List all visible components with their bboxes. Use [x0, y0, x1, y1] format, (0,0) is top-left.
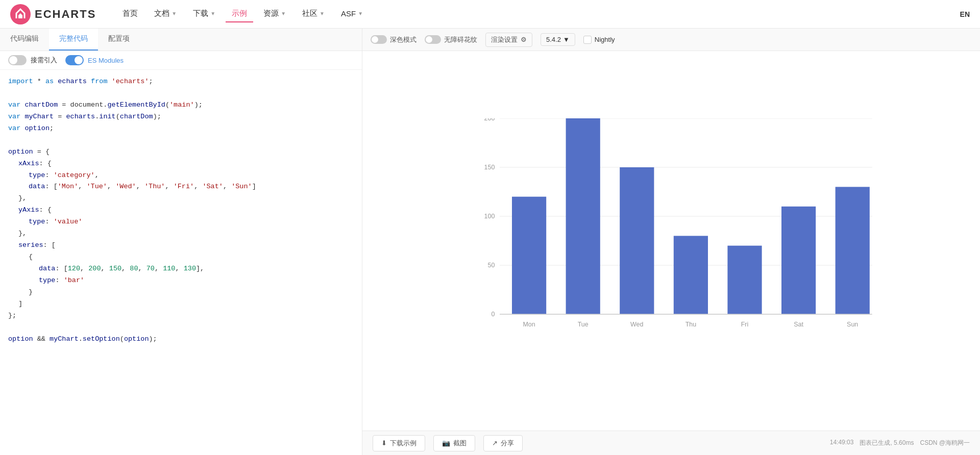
- code-line: series: [: [18, 240, 354, 251]
- render-status: 图表已生成, 5.60ms: [860, 439, 914, 447]
- main-container: 代码编辑 完整代码 配置项 接需引入 ES Modules import * a…: [0, 29, 980, 455]
- svg-text:Sun: Sun: [847, 321, 858, 328]
- tab-code-editor[interactable]: 代码编辑: [0, 29, 49, 50]
- bottom-toolbar: ⬇ 下载示例 📷 截图 ↗ 分享 14:49:03 图表已生成, 5.60ms …: [362, 431, 980, 455]
- logo-text: ECHARTS: [35, 8, 96, 21]
- tab-config[interactable]: 配置项: [98, 29, 140, 50]
- logo-icon: [10, 4, 31, 24]
- render-settings-label: 渲染设置: [491, 35, 518, 44]
- lazy-label: 接需引入: [31, 56, 57, 65]
- code-line: data: ['Mon', 'Tue', 'Wed', 'Thu', 'Fri'…: [29, 181, 354, 193]
- gear-icon: ⚙: [521, 36, 527, 43]
- tabs: 代码编辑 完整代码 配置项: [0, 29, 362, 51]
- bottom-status: 14:49:03 图表已生成, 5.60ms CSDN @海鸥网一: [830, 439, 970, 447]
- version-label: 5.4.2: [546, 36, 561, 43]
- code-line: option = {: [8, 146, 354, 158]
- bar-wed: [620, 167, 654, 314]
- main-nav: 首页 文档 ▼ 下载 ▼ 示例 资源 ▼ 社区 ▼ ASF ▼: [116, 6, 960, 22]
- logo[interactable]: ECHARTS: [10, 4, 96, 24]
- bar-tue: [566, 118, 600, 314]
- svg-text:150: 150: [484, 164, 495, 171]
- nav-docs[interactable]: 文档 ▼: [148, 6, 183, 22]
- esm-toggle-group: ES Modules: [65, 55, 124, 65]
- svg-text:Thu: Thu: [685, 321, 697, 328]
- dark-mode-switch[interactable]: [371, 35, 387, 44]
- svg-text:Mon: Mon: [523, 321, 535, 328]
- share-icon: ↗: [492, 439, 498, 447]
- bar-mon: [512, 197, 546, 314]
- render-settings-button[interactable]: 渲染设置 ⚙: [485, 33, 532, 47]
- download-button[interactable]: ⬇ 下载示例: [373, 435, 425, 451]
- barrier-switch[interactable]: [425, 35, 441, 44]
- lang-switch[interactable]: EN: [960, 10, 970, 18]
- code-line: option && myChart.setOption(option);: [8, 334, 354, 345]
- nav-resources[interactable]: 资源 ▼: [257, 6, 292, 22]
- right-panel: 深色模式 无障碍花纹 渲染设置 ⚙ 5.4.2 ▼ Nightly: [362, 29, 980, 455]
- chevron-down-icon: ▼: [281, 11, 286, 16]
- code-line: }: [29, 287, 354, 298]
- svg-text:Fri: Fri: [741, 321, 749, 328]
- chevron-down-icon: ▼: [210, 11, 215, 16]
- code-line: type: 'bar': [39, 275, 354, 287]
- screenshot-button[interactable]: 📷 截图: [433, 435, 475, 451]
- code-line: var chartDom = document.getElementById('…: [8, 99, 354, 111]
- lazy-toggle[interactable]: [8, 55, 27, 65]
- download-icon: ⬇: [381, 439, 387, 447]
- code-line: var myChart = echarts.init(chartDom);: [8, 111, 354, 123]
- svg-text:Sat: Sat: [794, 321, 803, 328]
- header: ECHARTS 首页 文档 ▼ 下载 ▼ 示例 资源 ▼ 社区 ▼ ASF ▼ …: [0, 0, 980, 29]
- left-panel: 代码编辑 完整代码 配置项 接需引入 ES Modules import * a…: [0, 29, 362, 455]
- code-line: },: [18, 193, 354, 205]
- svg-text:100: 100: [484, 213, 495, 220]
- code-line: type: 'value': [29, 216, 354, 228]
- code-line: type: 'category',: [29, 170, 354, 182]
- code-line: data: [120, 200, 150, 80, 70, 110, 130],: [39, 263, 354, 275]
- share-button[interactable]: ↗ 分享: [483, 435, 523, 451]
- esm-toggle[interactable]: [65, 55, 84, 65]
- chart-area: 0 50 100 150 200: [362, 51, 980, 431]
- svg-text:200: 200: [484, 118, 495, 122]
- nav-examples[interactable]: 示例: [226, 6, 253, 22]
- dark-mode-label: 深色模式: [390, 35, 416, 44]
- bar-chart: 0 50 100 150 200: [378, 118, 965, 363]
- time-display: 14:49:03: [830, 439, 854, 447]
- code-line: xAxis: {: [18, 158, 354, 170]
- svg-text:Wed: Wed: [630, 321, 643, 328]
- lazy-toggle-group: 接需引入: [8, 55, 57, 65]
- nightly-checkbox[interactable]: [583, 36, 592, 44]
- code-line: var option;: [8, 123, 354, 135]
- tab-full-code[interactable]: 完整代码: [49, 29, 98, 50]
- code-line: yAxis: {: [18, 205, 354, 216]
- chevron-down-icon: ▼: [172, 11, 177, 16]
- code-line: import * as echarts from 'echarts';: [8, 76, 354, 88]
- barrier-toggle[interactable]: 无障碍花纹: [425, 35, 477, 44]
- bar-thu: [674, 236, 708, 314]
- version-selector[interactable]: 5.4.2 ▼: [541, 33, 575, 46]
- esm-label: ES Modules: [88, 57, 124, 64]
- bar-fri: [727, 246, 762, 314]
- chevron-down-icon: ▼: [320, 11, 325, 16]
- chevron-down-icon: ▼: [358, 11, 363, 16]
- nav-download[interactable]: 下载 ▼: [187, 6, 222, 22]
- nightly-label: Nightly: [595, 36, 615, 43]
- nav-asf[interactable]: ASF ▼: [335, 6, 369, 22]
- code-line: ]: [18, 298, 354, 310]
- nav-home[interactable]: 首页: [116, 6, 144, 22]
- code-line: };: [8, 310, 354, 322]
- svg-text:50: 50: [488, 262, 495, 269]
- svg-text:Tue: Tue: [578, 321, 589, 328]
- camera-icon: 📷: [442, 439, 450, 447]
- nav-community[interactable]: 社区 ▼: [296, 6, 331, 22]
- dark-mode-toggle[interactable]: 深色模式: [371, 35, 416, 44]
- toggle-row: 接需引入 ES Modules: [0, 51, 362, 70]
- source-label: CSDN @海鸥网一: [920, 439, 970, 447]
- code-line: {: [29, 251, 354, 263]
- right-toolbar: 深色模式 无障碍花纹 渲染设置 ⚙ 5.4.2 ▼ Nightly: [362, 29, 980, 51]
- code-editor[interactable]: import * as echarts from 'echarts'; var …: [0, 70, 362, 455]
- code-line: },: [18, 228, 354, 240]
- bar-sun: [836, 187, 870, 314]
- chevron-down-icon: ▼: [563, 36, 570, 43]
- bar-sat: [781, 207, 816, 314]
- nightly-toggle[interactable]: Nightly: [583, 36, 615, 44]
- barrier-label: 无障碍花纹: [444, 35, 477, 44]
